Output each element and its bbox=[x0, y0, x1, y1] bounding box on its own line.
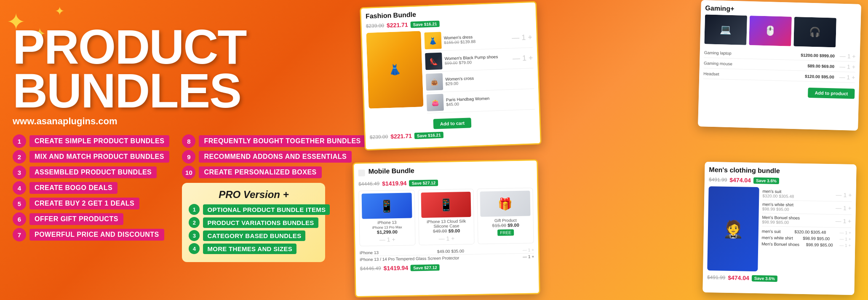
left-features-col: 1 CREATE SIMPLE PRODUCT BUNDLES 2 MIX AN… bbox=[13, 134, 169, 262]
mobile-new-price: $1419.94 bbox=[382, 180, 407, 187]
mens-save-badge: Save 3.6% bbox=[753, 177, 779, 184]
feature-item-8: 8 FREQUENTLY BOUGHT TOGETHER BUNDLES bbox=[182, 134, 366, 148]
cross-thumb: 👜 bbox=[426, 73, 443, 91]
pro-num-2: 2 bbox=[189, 217, 200, 228]
mens-shirt-label: men's white shirt bbox=[762, 235, 793, 240]
mens-row-suit: men's suit $320.00 $305.48 — 1 + bbox=[762, 187, 852, 202]
mobile-iphone-detail-price: $49.00 $35.00 bbox=[437, 249, 464, 254]
mens-footer-old: $491.99 bbox=[707, 274, 726, 281]
mens-shoes-prices: $98.99 $85.00 bbox=[762, 220, 833, 225]
fashion-new-price: $221.71 bbox=[387, 21, 408, 29]
mens-new-price: $474.04 bbox=[729, 177, 751, 184]
mens-shoes-label: Men's Bonuel shoes bbox=[761, 241, 799, 247]
fashion-add-to-cart-button[interactable]: Add to cart bbox=[433, 118, 472, 129]
mens-footer-price-row: $491.99 $474.04 Save 3.6% bbox=[707, 274, 850, 283]
feature-text-2: MIX AND MATCH PRODUCT BUNDLES bbox=[29, 151, 169, 163]
iphone-blue-thumb: 📱 bbox=[362, 193, 412, 219]
left-content: PRODUCT BUNDLES www.asanaplugins.com 1 C… bbox=[0, 0, 345, 300]
fashion-product-row-1: 👗 Women's dress $155.00 $139.88 — 1 + bbox=[424, 27, 533, 51]
feature-item-4: 4 CREATE BOGO DEALS bbox=[13, 181, 169, 195]
gift-product-price: $15.00 $9.00 bbox=[481, 222, 531, 228]
mens-footer-badge: Save 3.6% bbox=[752, 275, 777, 281]
gaming-add-to-cart-button[interactable]: Add to product bbox=[808, 88, 855, 99]
feature-text-3: ASSEMBLED PRODUCT BUNDLES bbox=[29, 166, 157, 178]
main-title: PRODUCT BUNDLES bbox=[13, 25, 329, 112]
iphone-red-price: $49.00 $9.00 bbox=[422, 228, 472, 234]
gaming-mouse-price: $89.00 $69.00 bbox=[807, 63, 834, 69]
mobile-total-badge: Save $27.12 bbox=[411, 264, 440, 271]
iphone-blue-price: $1,299.00 bbox=[362, 229, 412, 235]
handbag-info: Paris Handbag Women $45.00 bbox=[446, 94, 535, 107]
mens-total-row-2: men's white shirt $98.99 $95.00 — 1 + bbox=[762, 235, 851, 241]
mobile-bundle-title: Mobile Bundle bbox=[368, 167, 414, 175]
mens-total-value: $320.00 $305.48 bbox=[794, 230, 826, 235]
dress-thumb: 👗 bbox=[424, 32, 441, 49]
pro-item-3: 3 CATEGORY BASED BUNDLES bbox=[189, 230, 318, 241]
iphone-blue-qty: — 1 + bbox=[362, 236, 412, 243]
mens-total-row-1: men's suit $320.00 $305.48 — 1 + bbox=[762, 229, 851, 235]
iphone-blue-card: 📱 iPhone 13iPhone 13 Pro Max $1,299.00 —… bbox=[358, 190, 415, 246]
gaming-mouse-label: Gaming mouse bbox=[704, 61, 805, 68]
feature-text-7: POWERFUL PRICE AND DISCOUNTS bbox=[29, 229, 164, 241]
mens-shirt-qty: — 1 + bbox=[836, 204, 852, 212]
mens-price-row: $491.99 $474.04 Save 3.6% bbox=[709, 176, 852, 185]
gaming-headset-price: $120.00 $95.00 bbox=[805, 74, 834, 79]
gaming-bundle-title: Gaming+ bbox=[705, 4, 857, 16]
pro-text-1: OPTIONAL PRODUCT BUNDLE ITEMS bbox=[203, 204, 330, 215]
pro-text-4: MORE THEMES AND SIZES bbox=[203, 244, 296, 254]
mens-shirt-prices: $98.99 $95.00 bbox=[762, 206, 833, 212]
feature-item-2: 2 MIX AND MATCH PRODUCT BUNDLES bbox=[13, 150, 169, 163]
mobile-case-label: iPhone 13 / 14 Pro Tempered Glass Screen… bbox=[360, 255, 459, 262]
feature-item-3: 3 ASSEMBLED PRODUCT BUNDLES bbox=[13, 166, 169, 179]
gaming-laptop-price: $1200.00 $999.00 bbox=[801, 53, 835, 58]
fashion-product-row-2: 👠 Women's Black Pump shoes $99.00 $79.00… bbox=[425, 48, 534, 72]
mobile-bundle-screenshot: Mobile Bundle $4446.49 $1419.94 Save $27… bbox=[353, 159, 540, 297]
mens-shoes-qty: — 1 + bbox=[835, 217, 851, 225]
feature-text-4: CREATE BOGO DEALS bbox=[29, 182, 118, 194]
gift-product-thumb: 🎁 bbox=[480, 191, 531, 217]
feature-text-9: RECOMMEND ADDONS AND ESSENTIALS bbox=[199, 151, 352, 163]
website-url: www.asanaplugins.com bbox=[13, 116, 329, 127]
gaming-laptop-label: Gaming laptop bbox=[704, 50, 799, 57]
feature-item-5: 5 CREATE BUY 2 GET 1 DEALS bbox=[13, 197, 169, 210]
mobile-total-new: $1419.94 bbox=[384, 265, 409, 272]
mobile-case-qty: — 1 + bbox=[523, 254, 534, 259]
mobile-detail-rows: iPhone 13 $49.00 $35.00 — 1 + iPhone 13 … bbox=[360, 246, 534, 262]
mens-bundle-title: Men's clothing bundle bbox=[709, 166, 852, 176]
iphone-blue-name: iPhone 13iPhone 13 Pro Max bbox=[362, 220, 412, 230]
feature-num-6: 6 bbox=[13, 212, 26, 226]
laptop-qty: — 1 + bbox=[840, 53, 856, 60]
fashion-product-row-3: 👜 Women's cross $29.00 bbox=[426, 68, 534, 93]
mens-bundle-screenshot: Men's clothing bundle $491.99 $474.04 Sa… bbox=[702, 162, 856, 295]
mens-total-qty: — 1 + bbox=[840, 230, 851, 235]
fashion-save-badge: Save $16.21 bbox=[410, 20, 439, 27]
mobile-search-icon bbox=[358, 169, 365, 176]
iphone-red-thumb: 📱 bbox=[421, 192, 471, 218]
mens-suit-image: 🤵 bbox=[707, 186, 759, 271]
feature-item-1: 1 CREATE SIMPLE PRODUCT BUNDLES bbox=[13, 134, 169, 148]
gaming-add-cart-wrapper: Add to product bbox=[703, 81, 855, 99]
pro-text-2: PRODUCT VARIATIONS BUNDLES bbox=[203, 217, 318, 228]
mens-bundle-content: Men's clothing bundle $491.99 $474.04 Sa… bbox=[702, 162, 856, 295]
mens-shoes-value: $98.99 $85.00 bbox=[806, 242, 833, 247]
gaming-products-grid: 💻 🖱️ 🎧 bbox=[704, 14, 857, 48]
feature-text-6: OFFER GIFT PRODUCTS bbox=[29, 213, 123, 225]
mens-suit-prices: $320.00 $305.48 bbox=[762, 193, 833, 199]
gaming-headset-thumb: 🎧 bbox=[793, 17, 836, 48]
shoes-info: Women's Black Pump shoes $99.00 $79.00 bbox=[444, 54, 510, 65]
mobile-iphone-label: iPhone 13 bbox=[360, 250, 379, 255]
iphone-red-name: iPhone 13 Cloud SilkSilicone Case bbox=[421, 219, 471, 229]
mens-suit-image-wrapper: 🤵 bbox=[707, 186, 759, 271]
iphone-red-card: 📱 iPhone 13 Cloud SilkSilicone Case $49.… bbox=[418, 189, 475, 245]
feature-item-9: 9 RECOMMEND ADDONS AND ESSENTIALS bbox=[182, 150, 366, 163]
dress-qty-controls: — 1 + bbox=[512, 33, 532, 43]
headset-qty: — 1 + bbox=[839, 74, 855, 81]
mouse-qty: — 1 + bbox=[839, 63, 855, 70]
right-section: 8 FREQUENTLY BOUGHT TOGETHER BUNDLES 9 R… bbox=[182, 134, 366, 262]
mens-row-shoes: Men's Bonuel shoes $98.99 $85.00 — 1 + bbox=[762, 213, 852, 228]
gaming-product-rows: Gaming laptop $1200.00 $999.00 — 1 + Gam… bbox=[703, 47, 856, 83]
mobile-save-badge: Save $27.12 bbox=[409, 179, 438, 186]
fashion-product-row-4: 👛 Paris Handbag Women $45.00 bbox=[426, 89, 535, 113]
feature-num-1: 1 bbox=[13, 134, 26, 148]
pro-num-1: 1 bbox=[189, 204, 200, 215]
